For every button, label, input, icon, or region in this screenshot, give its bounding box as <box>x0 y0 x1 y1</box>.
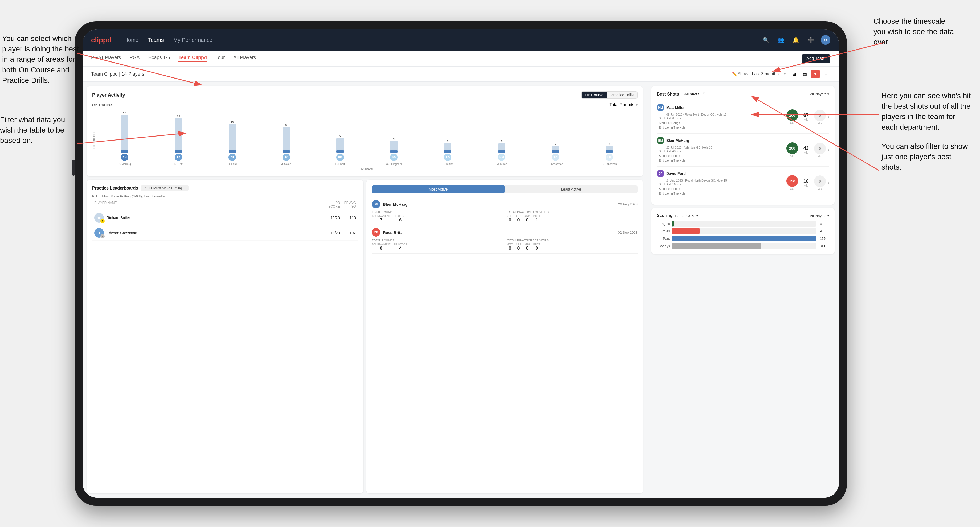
shot-details-block-2: Shot Dist: 16 yds Start Lie: Rough End L… <box>659 182 784 196</box>
tab-hcaps[interactable]: Hcaps 1-5 <box>148 55 170 62</box>
bar-7[interactable] <box>498 143 506 152</box>
bs-tab-all-shots[interactable]: All Shots <box>682 91 702 97</box>
gtt-stat-1: GTT 0 <box>508 243 513 251</box>
edit-team-icon[interactable]: ✏️ <box>732 71 737 77</box>
active-stats-1: Total Rounds Tournament 8 Practice <box>372 239 638 251</box>
avatar-lr[interactable]: LR <box>606 154 613 161</box>
putt-label-1: PUTT <box>533 243 540 246</box>
on-course-toggle[interactable]: On Course <box>582 92 607 98</box>
shot-badge-area-2: 198 SG 16 yds 0 yds <box>786 175 826 190</box>
shot-row-2[interactable]: DF David Ford 24 Aug 2023 · Royal North … <box>657 167 829 200</box>
bar-3[interactable] <box>283 127 290 152</box>
least-active-btn[interactable]: Least Active <box>504 185 638 194</box>
chart-x-labels: B. McHarg R. Britt D. Ford J. Coles E. E… <box>96 161 638 165</box>
bar-1[interactable] <box>175 119 182 152</box>
most-active-btn[interactable]: Most Active <box>372 185 504 194</box>
shot-course-1: Ashridge GC <box>684 146 700 149</box>
bell-icon[interactable]: 🔔 <box>791 35 800 45</box>
avatar-rb[interactable]: RB <box>175 154 182 161</box>
bar-5[interactable] <box>390 141 398 152</box>
avatar-jc[interactable]: JC <box>283 154 290 161</box>
total-rounds-filter[interactable]: Total Rounds ▾ <box>609 103 638 107</box>
nav-link-performance[interactable]: My Performance <box>173 37 213 43</box>
shot-hole-0: Hole 15 <box>716 113 727 116</box>
shot-row-chevron-1[interactable]: › <box>828 148 829 152</box>
add-icon[interactable]: ➕ <box>806 35 815 45</box>
user-avatar[interactable]: U <box>821 35 830 45</box>
add-team-button[interactable]: Add Team <box>802 54 830 63</box>
heart-view-btn[interactable]: ♥ <box>811 70 820 78</box>
shot-stat1-1: 43 yds <box>800 146 812 154</box>
nav-link-teams[interactable]: Teams <box>148 37 164 43</box>
lb-row-0[interactable]: RB 1 Richard Butler 19/20 110 <box>92 210 358 225</box>
avatar-ee[interactable]: EE <box>336 154 344 161</box>
avatar-rbu[interactable]: RB <box>444 154 451 161</box>
lb-dropdown[interactable]: PUTT Must Make Putting ... <box>141 185 189 191</box>
users-icon[interactable]: 👥 <box>776 35 786 45</box>
shot-badge-label-2: SG <box>786 187 798 190</box>
bar-4[interactable] <box>336 138 344 152</box>
practice-drills-toggle[interactable]: Practice Drills <box>607 92 637 98</box>
avatar-ob[interactable]: OB <box>390 154 398 161</box>
tab-pga[interactable]: PGA <box>129 55 140 62</box>
shot-badge-area-1: 200 SG 43 yds 0 yds <box>786 142 826 157</box>
shot-row-0[interactable]: MM Matt Miller 09 Jun 2023 · Royal North… <box>657 101 829 133</box>
lb-badge-1: 2 <box>100 234 105 238</box>
shot-player-name-0: Matt Miller <box>666 105 685 110</box>
pars-track <box>672 236 816 241</box>
nav-link-home[interactable]: Home <box>124 37 138 43</box>
search-icon[interactable]: 🔍 <box>761 35 771 45</box>
shot-avatar-2: DF <box>657 170 664 177</box>
shot-hole-2: Hole 15 <box>717 179 727 182</box>
annotation-right-2-text: You can also filter to show just one pla… <box>881 142 968 171</box>
activities-title-0: Total Practice Activities <box>508 211 638 214</box>
avatar-mm[interactable]: MM <box>498 154 505 161</box>
tab-pgat[interactable]: PGAT Players <box>91 55 121 62</box>
show-label: Show: <box>737 71 749 76</box>
tournament-value-1: 8 <box>372 246 390 251</box>
shot-row-chevron-0[interactable]: › <box>828 114 829 119</box>
avatar-df[interactable]: DF <box>229 154 236 161</box>
chart-subtitle: On Course Total Rounds ▾ <box>92 103 638 107</box>
tab-all-players[interactable]: All Players <box>233 55 256 62</box>
bar-8[interactable] <box>552 146 559 152</box>
lb-subtitle: PUTT Must Make Putting (3-6 ft), Last 3 … <box>92 194 358 198</box>
bar-9[interactable] <box>606 146 613 152</box>
x-label-1: R. Britt <box>153 163 204 165</box>
grid2-view-btn[interactable]: ▦ <box>800 70 809 78</box>
shot-stat2-0: 0 yds <box>814 110 826 124</box>
avatar-ec[interactable]: EC <box>552 154 559 161</box>
gtt-stat-0: GTT 0 <box>508 215 513 222</box>
annotation-top-right-text: Choose the timescale you wish to see the… <box>873 17 954 46</box>
x-label-5: O. Billingham <box>368 163 419 165</box>
grid4-view-btn[interactable]: ⊞ <box>790 70 799 78</box>
tab-tour[interactable]: Tour <box>215 55 225 62</box>
bar-0[interactable] <box>121 115 128 152</box>
shot-player-info-1: BM Blair McHarg 23 Jul 2023 · Ashridge G… <box>657 137 784 163</box>
shot-start-0: Start Lie: Rough <box>659 121 784 125</box>
rounds-title-0: Total Rounds <box>372 211 502 214</box>
tablet-side-button[interactable] <box>72 160 75 176</box>
bottom-left-row: Practice Leaderboards PUTT Must Make Put… <box>87 179 643 494</box>
gtt-value-0: 0 <box>508 218 513 222</box>
tab-team-clippd[interactable]: Team Clippd <box>178 55 207 62</box>
shot-row-1[interactable]: BM Blair McHarg 23 Jul 2023 · Ashridge G… <box>657 133 829 167</box>
pars-value: 499 <box>820 237 829 241</box>
show-dropdown[interactable]: Last 3 months <box>752 71 779 76</box>
annotation-top-right: Choose the timescale you wish to see the… <box>873 16 959 48</box>
x-label-0: B. McHarg <box>99 163 150 165</box>
avatar-bm[interactable]: BM <box>121 154 128 161</box>
bs-players-filter[interactable]: All Players ▾ <box>810 92 829 96</box>
bar-2[interactable] <box>229 124 236 152</box>
right-panel: Best Shots All Shots ▾ All Players ▾ <box>647 82 839 498</box>
lb-row-1[interactable]: EC 2 Edward Crossman 18/20 107 <box>92 225 358 241</box>
sc-filter[interactable]: Par 3, 4 & 5s ▾ <box>675 214 698 218</box>
sc-players[interactable]: All Players ▾ <box>810 214 829 218</box>
shot-row-chevron-2[interactable]: › <box>828 181 829 185</box>
x-label-9: L. Robertson <box>584 163 635 165</box>
annotation-top-left: You can select which player is doing the… <box>2 33 80 86</box>
bar-6[interactable] <box>444 143 451 152</box>
all-shots-chevron: ▾ <box>703 91 705 97</box>
list-view-btn[interactable]: ≡ <box>822 70 830 78</box>
shot-zero-2: 0 <box>814 175 826 187</box>
